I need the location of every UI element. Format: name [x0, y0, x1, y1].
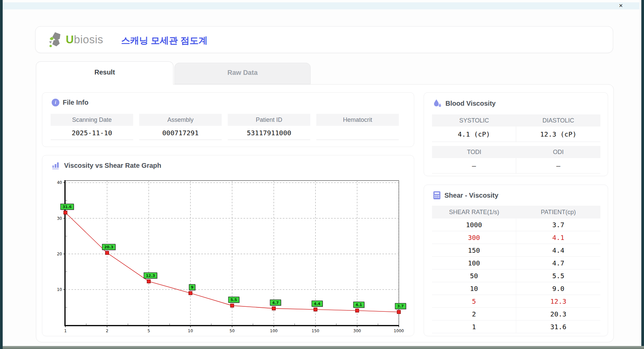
shear-rate-cell: 1: [432, 320, 516, 333]
logo-letter-u: U: [66, 33, 74, 46]
window-left-edge: [0, 0, 3, 349]
window-right-edge: [641, 0, 644, 349]
shear-rate-column-header: SHEAR RATE(1/s): [432, 206, 516, 218]
field-label: Patient ID: [228, 114, 310, 126]
window-title-bar: [3, 2, 639, 9]
bv-value-row-bottom: – –: [432, 158, 600, 173]
svg-text:50: 50: [229, 329, 234, 333]
file-info-title: File Info: [63, 99, 89, 106]
todi-label: TODI: [432, 146, 516, 158]
svg-text:20.3: 20.3: [104, 245, 113, 249]
shear-rate-cell: 50: [432, 269, 516, 282]
logo-word-biosis: biosis: [74, 33, 103, 46]
shear-table-header: SHEAR RATE(1/s) PATIENT(cp): [432, 206, 600, 218]
viscosity-chart: 102030401251050100150300100031.620.312.3…: [50, 178, 407, 336]
table-row: 1504.4: [432, 244, 600, 257]
svg-text:300: 300: [353, 329, 361, 333]
shear-viscosity-table: SHEAR RATE(1/s) PATIENT(cp) 10003.73004.…: [432, 206, 600, 333]
file-info-fields: Scanning Date 2025-11-10 Assembly 000717…: [51, 114, 399, 140]
svg-text:5.5: 5.5: [230, 298, 237, 302]
blood-viscosity-title: Blood Viscosity: [445, 100, 496, 107]
svg-text:5: 5: [148, 329, 150, 333]
svg-text:1: 1: [64, 329, 67, 333]
shear-rate-cell: 1000: [432, 218, 516, 231]
ubiosis-logo: Ubiosis: [48, 32, 103, 48]
diastolic-value: 12.3 (cP): [516, 127, 600, 142]
table-row: 131.6: [432, 320, 600, 333]
blood-viscosity-header: Blood Viscosity: [433, 99, 496, 108]
table-row: 512.3: [432, 295, 600, 308]
file-info-header: i File Info: [52, 99, 89, 106]
shear-rate-cell: 2: [432, 308, 516, 320]
field-value: 2025-11-10: [51, 126, 133, 140]
table-row: 505.5: [432, 269, 600, 282]
todi-value: –: [432, 158, 516, 173]
svg-text:10: 10: [57, 287, 62, 292]
blood-viscosity-card: Blood Viscosity SYSTOLIC DIASTOLIC 4.1 (…: [424, 92, 608, 176]
bar-chart-icon: [52, 161, 61, 169]
shear-viscosity-title: Shear - Viscosity: [444, 192, 498, 199]
table-row: 1004.7: [432, 257, 600, 269]
svg-text:3.7: 3.7: [397, 304, 404, 308]
shear-rate-cell: 100: [432, 257, 516, 269]
shear-viscosity-rows: 10003.73004.11504.41004.7505.5109.0512.3…: [432, 218, 600, 333]
svg-text:40: 40: [57, 180, 62, 185]
file-info-card: i File Info Scanning Date 2025-11-10 Ass…: [42, 92, 414, 147]
close-icon[interactable]: ✕: [617, 2, 625, 9]
blood-drop-icon: [433, 99, 442, 108]
ubiosis-logo-icon: [48, 32, 64, 48]
patient-cell: 3.7: [516, 218, 600, 231]
field-label: Hematocrit: [316, 114, 399, 126]
svg-text:10: 10: [188, 329, 193, 333]
shear-rate-cell: 150: [432, 244, 516, 256]
svg-text:150: 150: [312, 329, 319, 333]
graph-header: Viscosity vs Shear Rate Graph: [52, 161, 161, 169]
patient-cell: 4.1: [516, 231, 600, 244]
shear-viscosity-card: Shear - Viscosity SHEAR RATE(1/s) PATIEN…: [424, 185, 608, 336]
field-assembly: Assembly 000717291: [139, 114, 222, 140]
field-value: [316, 126, 399, 140]
field-hematocrit: Hematocrit: [316, 114, 399, 140]
field-label: Scanning Date: [51, 114, 133, 126]
svg-text:31.6: 31.6: [62, 205, 71, 209]
field-value: 53117911000: [228, 126, 310, 140]
tab-result[interactable]: Result: [36, 61, 173, 85]
patient-cell: 9.0: [516, 282, 600, 295]
app-title-korean: 스캐닝 모세관 점도계: [121, 35, 208, 47]
svg-text:20: 20: [57, 252, 62, 256]
patient-cell: 31.6: [516, 320, 600, 333]
table-row: 109.0: [432, 282, 600, 295]
svg-text:4.7: 4.7: [272, 301, 279, 305]
svg-text:4.1: 4.1: [356, 303, 362, 307]
diastolic-label: DIASTOLIC: [516, 114, 600, 127]
table-row: 3004.1: [432, 231, 600, 244]
svg-text:12.3: 12.3: [146, 273, 155, 278]
odi-value: –: [516, 158, 600, 173]
tab-raw-data[interactable]: Raw Data: [174, 63, 311, 84]
patient-cell: 20.3: [516, 308, 600, 320]
calculator-icon: [433, 191, 441, 200]
window-bottom-edge: [3, 346, 644, 349]
svg-text:1000: 1000: [394, 329, 404, 333]
patient-cell: 5.5: [516, 269, 600, 282]
svg-text:30: 30: [57, 216, 62, 221]
svg-text:2: 2: [106, 329, 108, 333]
viscosity-graph-card: Viscosity vs Shear Rate Graph 1020304012…: [42, 155, 414, 336]
shear-rate-cell: 10: [432, 282, 516, 295]
logo-text: Ubiosis: [66, 33, 103, 46]
patient-column-header: PATIENT(cp): [516, 206, 600, 218]
systolic-value: 4.1 (cP): [432, 127, 516, 142]
header-card: Ubiosis 스캐닝 모세관 점도계: [35, 26, 613, 53]
odi-label: ODI: [516, 146, 600, 158]
patient-cell: 4.7: [516, 257, 600, 269]
field-patient-id: Patient ID 53117911000: [228, 114, 310, 140]
bv-header-row-bottom: TODI ODI: [432, 146, 600, 158]
bv-header-row-top: SYSTOLIC DIASTOLIC: [432, 114, 600, 127]
graph-title: Viscosity vs Shear Rate Graph: [64, 162, 161, 169]
info-icon: i: [52, 99, 59, 106]
patient-cell: 12.3: [516, 295, 600, 307]
svg-text:4.4: 4.4: [314, 302, 321, 306]
patient-cell: 4.4: [516, 244, 600, 256]
shear-viscosity-header: Shear - Viscosity: [433, 191, 498, 200]
field-label: Assembly: [139, 114, 222, 126]
